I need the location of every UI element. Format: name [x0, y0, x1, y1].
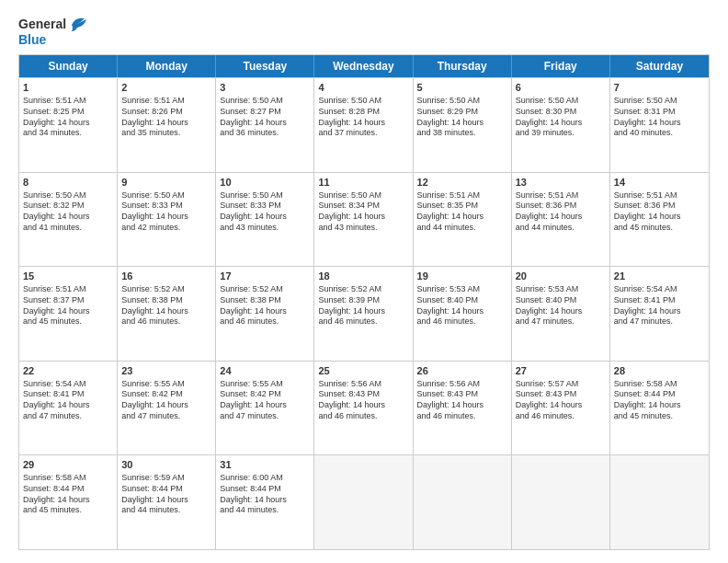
calendar-cell: 29Sunrise: 5:58 AM Sunset: 8:44 PM Dayli…: [19, 455, 118, 549]
calendar-cell: 5Sunrise: 5:50 AM Sunset: 8:29 PM Daylig…: [414, 78, 512, 172]
calendar-cell: 24Sunrise: 5:55 AM Sunset: 8:42 PM Dayli…: [216, 362, 314, 455]
calendar-cell: 16Sunrise: 5:52 AM Sunset: 8:38 PM Dayli…: [118, 267, 216, 361]
calendar-cell: 31Sunrise: 6:00 AM Sunset: 8:44 PM Dayli…: [216, 455, 314, 549]
header-day-friday: Friday: [512, 55, 610, 77]
calendar-cell: 3Sunrise: 5:50 AM Sunset: 8:27 PM Daylig…: [216, 78, 314, 172]
calendar-cell: 4Sunrise: 5:50 AM Sunset: 8:28 PM Daylig…: [314, 78, 413, 172]
header-day-wednesday: Wednesday: [314, 55, 413, 77]
calendar-cell: 28Sunrise: 5:58 AM Sunset: 8:44 PM Dayli…: [610, 362, 709, 455]
logo: General Blue: [18, 17, 88, 47]
calendar-cell: [314, 455, 413, 549]
logo-text-blue: Blue: [18, 33, 46, 47]
calendar-cell: 7Sunrise: 5:50 AM Sunset: 8:31 PM Daylig…: [610, 78, 709, 172]
calendar-cell: 19Sunrise: 5:53 AM Sunset: 8:40 PM Dayli…: [414, 267, 512, 361]
calendar-cell: 14Sunrise: 5:51 AM Sunset: 8:36 PM Dayli…: [610, 173, 709, 267]
calendar-cell: 20Sunrise: 5:53 AM Sunset: 8:40 PM Dayli…: [512, 267, 610, 361]
header-day-saturday: Saturday: [610, 55, 709, 77]
logo-bird-icon: [68, 17, 88, 33]
header-day-sunday: Sunday: [19, 55, 118, 77]
calendar-cell: 27Sunrise: 5:57 AM Sunset: 8:43 PM Dayli…: [512, 362, 610, 455]
calendar-row: 8Sunrise: 5:50 AM Sunset: 8:32 PM Daylig…: [19, 172, 709, 267]
calendar-cell: 30Sunrise: 5:59 AM Sunset: 8:44 PM Dayli…: [118, 455, 216, 549]
calendar-cell: 11Sunrise: 5:50 AM Sunset: 8:34 PM Dayli…: [314, 173, 413, 267]
calendar-cell: 1Sunrise: 5:51 AM Sunset: 8:25 PM Daylig…: [19, 78, 118, 172]
calendar-cell: 6Sunrise: 5:50 AM Sunset: 8:30 PM Daylig…: [512, 78, 610, 172]
calendar-cell: 21Sunrise: 5:54 AM Sunset: 8:41 PM Dayli…: [610, 267, 709, 361]
calendar-cell: 12Sunrise: 5:51 AM Sunset: 8:35 PM Dayli…: [414, 173, 512, 267]
calendar-cell: 25Sunrise: 5:56 AM Sunset: 8:43 PM Dayli…: [314, 362, 413, 455]
calendar: SundayMondayTuesdayWednesdayThursdayFrid…: [18, 54, 710, 550]
header-day-thursday: Thursday: [414, 55, 512, 77]
logo-text-general: General: [18, 17, 66, 31]
calendar-row: 22Sunrise: 5:54 AM Sunset: 8:41 PM Dayli…: [19, 361, 709, 455]
calendar-cell: [512, 455, 610, 549]
calendar-header: SundayMondayTuesdayWednesdayThursdayFrid…: [19, 55, 709, 77]
calendar-cell: 10Sunrise: 5:50 AM Sunset: 8:33 PM Dayli…: [216, 173, 314, 267]
calendar-cell: 15Sunrise: 5:51 AM Sunset: 8:37 PM Dayli…: [19, 267, 118, 361]
calendar-cell: 23Sunrise: 5:55 AM Sunset: 8:42 PM Dayli…: [118, 362, 216, 455]
calendar-cell: [414, 455, 512, 549]
calendar-cell: 8Sunrise: 5:50 AM Sunset: 8:32 PM Daylig…: [19, 173, 118, 267]
calendar-row: 29Sunrise: 5:58 AM Sunset: 8:44 PM Dayli…: [19, 454, 709, 549]
header-day-monday: Monday: [118, 55, 216, 77]
page-header: General Blue: [18, 17, 710, 47]
calendar-cell: 18Sunrise: 5:52 AM Sunset: 8:39 PM Dayli…: [314, 267, 413, 361]
calendar-cell: 2Sunrise: 5:51 AM Sunset: 8:26 PM Daylig…: [118, 78, 216, 172]
calendar-cell: 17Sunrise: 5:52 AM Sunset: 8:38 PM Dayli…: [216, 267, 314, 361]
header-day-tuesday: Tuesday: [216, 55, 314, 77]
calendar-cell: 9Sunrise: 5:50 AM Sunset: 8:33 PM Daylig…: [118, 173, 216, 267]
calendar-cell: 22Sunrise: 5:54 AM Sunset: 8:41 PM Dayli…: [19, 362, 118, 455]
calendar-cell: [610, 455, 709, 549]
calendar-cell: 26Sunrise: 5:56 AM Sunset: 8:43 PM Dayli…: [414, 362, 512, 455]
calendar-row: 1Sunrise: 5:51 AM Sunset: 8:25 PM Daylig…: [19, 77, 709, 172]
calendar-cell: 13Sunrise: 5:51 AM Sunset: 8:36 PM Dayli…: [512, 173, 610, 267]
calendar-row: 15Sunrise: 5:51 AM Sunset: 8:37 PM Dayli…: [19, 266, 709, 361]
calendar-body: 1Sunrise: 5:51 AM Sunset: 8:25 PM Daylig…: [19, 77, 709, 549]
